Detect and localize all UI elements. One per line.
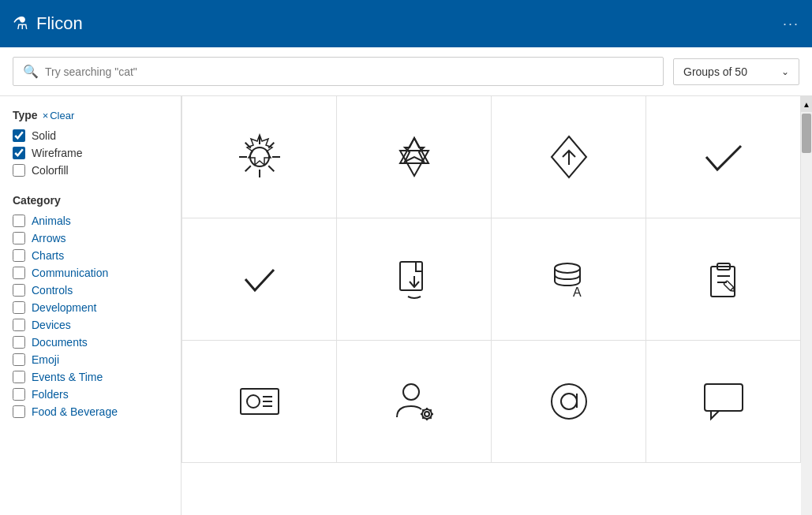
category-communication-label: Communication — [32, 267, 108, 279]
icon-cell-chat[interactable] — [646, 341, 801, 463]
category-charts-label: Charts — [32, 249, 64, 262]
clear-button[interactable]: × Clear — [43, 110, 75, 121]
category-arrows-checkbox[interactable] — [13, 232, 25, 244]
category-folders-label: Folders — [32, 388, 69, 401]
category-devices-label: Devices — [32, 319, 71, 331]
category-charts-checkbox[interactable] — [13, 249, 25, 262]
type-wireframe-label: Wireframe — [32, 147, 83, 159]
icon-grid-wrapper: A — [181, 96, 812, 515]
svg-point-0 — [250, 147, 269, 166]
svg-point-31 — [425, 412, 429, 416]
clear-x-icon: × — [43, 110, 49, 121]
svg-line-37 — [430, 417, 432, 419]
category-devices-item[interactable]: Devices — [13, 319, 168, 331]
category-development-item[interactable]: Development — [13, 301, 168, 314]
type-solid-checkbox[interactable] — [13, 129, 25, 142]
contact-card-icon — [236, 378, 283, 425]
category-events-time-label: Events & Time — [32, 371, 103, 383]
svg-point-29 — [403, 384, 419, 400]
svg-point-41 — [561, 394, 577, 409]
type-filter-section: Type × Clear Solid Wireframe Colorfill — [0, 109, 181, 194]
app-logo-icon: ⚗ — [13, 13, 28, 34]
icon-grid-area: A — [181, 96, 801, 515]
svg-line-6 — [268, 166, 274, 171]
svg-point-40 — [552, 384, 586, 419]
category-filter-section: Category Animals Arrows Charts Communica… — [0, 194, 181, 418]
category-folders-checkbox[interactable] — [13, 388, 25, 401]
category-label: Category — [13, 194, 168, 207]
category-animals-item[interactable]: Animals — [13, 215, 168, 227]
type-solid-label: Solid — [32, 129, 56, 142]
groups-dropdown[interactable]: Groups of 50 ⌄ — [673, 58, 799, 85]
database-font-icon: A — [545, 256, 593, 303]
category-controls-checkbox[interactable] — [13, 284, 25, 297]
icon-cell-diamond-arrow[interactable] — [492, 96, 646, 218]
icon-cell-contact-card[interactable] — [182, 341, 337, 463]
sidebar: Type × Clear Solid Wireframe Colorfill — [0, 96, 181, 515]
category-documents-checkbox[interactable] — [13, 336, 25, 349]
category-food-beverage-checkbox[interactable] — [13, 405, 25, 418]
type-colorfill-label: Colorfill — [32, 164, 69, 177]
svg-line-36 — [422, 409, 424, 411]
app-header: ⚗ Flicon ··· — [0, 0, 812, 47]
at-sign-icon — [545, 378, 593, 425]
svg-rect-15 — [400, 262, 422, 290]
more-options-icon[interactable]: ··· — [783, 16, 799, 32]
type-solid-item[interactable]: Solid — [13, 129, 168, 142]
category-food-beverage-item[interactable]: Food & Beverage — [13, 405, 168, 418]
category-animals-label: Animals — [32, 215, 71, 227]
category-arrows-item[interactable]: Arrows — [13, 232, 168, 244]
category-arrows-label: Arrows — [32, 232, 66, 244]
icon-cell-clipboard-edit[interactable] — [646, 218, 801, 341]
scrollbar-thumb[interactable] — [802, 114, 811, 153]
category-emoji-item[interactable]: Emoji — [13, 353, 168, 366]
clipboard-edit-icon — [700, 256, 747, 303]
type-colorfill-checkbox[interactable] — [13, 164, 25, 177]
icon-cell-file-download[interactable] — [337, 218, 492, 341]
icon-cell-sunburst[interactable] — [182, 96, 337, 218]
icon-cell-checkmark-large[interactable] — [646, 96, 801, 218]
scrollbar[interactable]: ▲ — [801, 96, 812, 515]
category-devices-checkbox[interactable] — [13, 319, 25, 331]
category-documents-item[interactable]: Documents — [13, 336, 168, 349]
diamond-arrow-icon — [545, 133, 593, 181]
svg-line-39 — [422, 417, 424, 419]
icon-grid: A — [181, 96, 801, 463]
icon-cell-star-of-david[interactable] — [337, 96, 492, 218]
svg-point-25 — [247, 395, 260, 408]
search-box[interactable]: 🔍 — [13, 57, 664, 86]
star-of-david-icon — [391, 133, 438, 181]
file-download-icon — [391, 256, 438, 303]
type-wireframe-item[interactable]: Wireframe — [13, 147, 168, 159]
icon-cell-at-sign[interactable] — [492, 341, 646, 463]
checkmark-small-icon — [236, 256, 283, 303]
type-colorfill-item[interactable]: Colorfill — [13, 164, 168, 177]
svg-line-38 — [430, 409, 432, 411]
chat-icon — [700, 378, 747, 425]
groups-label: Groups of 50 — [683, 65, 747, 78]
header-left: ⚗ Flicon — [13, 13, 83, 34]
category-events-time-item[interactable]: Events & Time — [13, 371, 168, 383]
category-communication-item[interactable]: Communication — [13, 267, 168, 279]
category-documents-label: Documents — [32, 336, 88, 349]
category-development-checkbox[interactable] — [13, 301, 25, 314]
icon-cell-checkmark-small[interactable] — [182, 218, 337, 341]
icon-cell-database-font[interactable]: A — [492, 218, 646, 341]
category-events-time-checkbox[interactable] — [13, 371, 25, 383]
svg-line-8 — [245, 166, 250, 171]
svg-text:A: A — [573, 285, 582, 299]
category-animals-checkbox[interactable] — [13, 215, 25, 227]
checkmark-large-icon — [700, 133, 747, 181]
category-folders-item[interactable]: Folders — [13, 388, 168, 401]
type-wireframe-checkbox[interactable] — [13, 147, 25, 159]
category-charts-item[interactable]: Charts — [13, 249, 168, 262]
search-input[interactable] — [45, 65, 653, 78]
type-filter-header: Type × Clear — [13, 109, 168, 121]
category-communication-checkbox[interactable] — [13, 267, 25, 279]
category-emoji-label: Emoji — [32, 353, 59, 366]
category-controls-item[interactable]: Controls — [13, 284, 168, 297]
category-emoji-checkbox[interactable] — [13, 353, 25, 366]
icon-cell-person-settings[interactable] — [337, 341, 492, 463]
scroll-up-button[interactable]: ▲ — [801, 96, 812, 112]
svg-point-17 — [555, 263, 580, 273]
